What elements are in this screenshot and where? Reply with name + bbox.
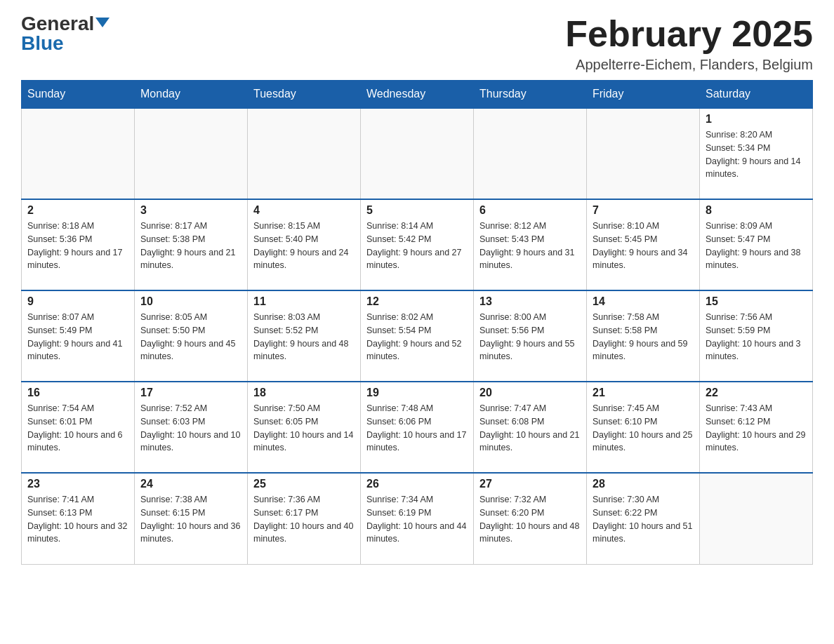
day-number: 2 [27,204,128,217]
day-number: 20 [479,387,581,399]
day-info: Sunrise: 8:10 AMSunset: 5:45 PMDaylight:… [593,220,694,272]
calendar-week-row: 1Sunrise: 8:20 AMSunset: 5:34 PMDaylight… [22,108,813,199]
day-number: 3 [140,204,241,217]
day-number: 11 [253,295,355,308]
calendar-cell: 8Sunrise: 8:09 AMSunset: 5:47 PMDaylight… [700,199,813,290]
calendar-cell: 1Sunrise: 8:20 AMSunset: 5:34 PMDaylight… [700,108,813,199]
day-number: 6 [479,204,581,217]
day-info: Sunrise: 8:00 AMSunset: 5:56 PMDaylight:… [479,311,581,363]
day-info: Sunrise: 7:32 AMSunset: 6:20 PMDaylight:… [479,493,581,546]
day-info: Sunrise: 7:52 AMSunset: 6:03 PMDaylight:… [140,402,241,455]
calendar-cell [22,108,135,199]
calendar-cell: 26Sunrise: 7:34 AMSunset: 6:19 PMDayligh… [361,473,474,564]
day-info: Sunrise: 7:50 AMSunset: 6:05 PMDaylight:… [253,402,355,455]
logo-general-text: General [21,14,94,34]
calendar-cell [700,473,813,564]
calendar-cell: 20Sunrise: 7:47 AMSunset: 6:08 PMDayligh… [474,382,587,473]
calendar-cell [474,108,587,199]
calendar-cell: 10Sunrise: 8:05 AMSunset: 5:50 PMDayligh… [135,290,248,382]
day-info: Sunrise: 7:47 AMSunset: 6:08 PMDaylight:… [479,402,581,455]
calendar-cell: 16Sunrise: 7:54 AMSunset: 6:01 PMDayligh… [22,382,135,473]
calendar-cell: 2Sunrise: 8:18 AMSunset: 5:36 PMDaylight… [22,199,135,290]
day-info: Sunrise: 8:02 AMSunset: 5:54 PMDaylight:… [366,311,468,363]
day-info: Sunrise: 7:58 AMSunset: 5:58 PMDaylight:… [593,311,694,363]
day-info: Sunrise: 8:20 AMSunset: 5:34 PMDaylight:… [706,128,807,181]
day-number: 1 [706,113,807,126]
calendar-week-row: 2Sunrise: 8:18 AMSunset: 5:36 PMDaylight… [22,199,813,290]
day-number: 21 [593,387,694,399]
calendar-header-saturday: Saturday [700,81,813,109]
day-number: 25 [253,478,355,490]
calendar-cell: 18Sunrise: 7:50 AMSunset: 6:05 PMDayligh… [248,382,361,473]
calendar-week-row: 9Sunrise: 8:07 AMSunset: 5:49 PMDaylight… [22,290,813,382]
calendar-header-sunday: Sunday [22,81,135,109]
calendar-cell: 21Sunrise: 7:45 AMSunset: 6:10 PMDayligh… [587,382,700,473]
calendar-cell [361,108,474,199]
day-number: 13 [479,295,581,308]
day-info: Sunrise: 7:34 AMSunset: 6:19 PMDaylight:… [366,493,468,546]
day-number: 10 [140,295,241,308]
calendar-cell: 13Sunrise: 8:00 AMSunset: 5:56 PMDayligh… [474,290,587,382]
calendar-cell: 5Sunrise: 8:14 AMSunset: 5:42 PMDaylight… [361,199,474,290]
calendar-cell: 19Sunrise: 7:48 AMSunset: 6:06 PMDayligh… [361,382,474,473]
calendar-cell: 3Sunrise: 8:17 AMSunset: 5:38 PMDaylight… [135,199,248,290]
calendar-cell: 15Sunrise: 7:56 AMSunset: 5:59 PMDayligh… [700,290,813,382]
day-info: Sunrise: 8:17 AMSunset: 5:38 PMDaylight:… [140,220,241,272]
day-info: Sunrise: 8:14 AMSunset: 5:42 PMDaylight:… [366,220,468,272]
title-section: February 2025 Appelterre-Eichem, Flander… [565,14,813,73]
day-info: Sunrise: 7:56 AMSunset: 5:59 PMDaylight:… [706,311,807,363]
day-info: Sunrise: 7:48 AMSunset: 6:06 PMDaylight:… [366,402,468,455]
day-number: 4 [253,204,355,217]
calendar-cell: 9Sunrise: 8:07 AMSunset: 5:49 PMDaylight… [22,290,135,382]
day-info: Sunrise: 7:38 AMSunset: 6:15 PMDaylight:… [140,493,241,546]
calendar-cell: 25Sunrise: 7:36 AMSunset: 6:17 PMDayligh… [248,473,361,564]
day-number: 17 [140,387,241,399]
logo-blue-text: Blue [21,34,64,53]
day-info: Sunrise: 8:03 AMSunset: 5:52 PMDaylight:… [253,311,355,363]
calendar-cell [587,108,700,199]
day-number: 18 [253,387,355,399]
calendar-header-monday: Monday [135,81,248,109]
calendar-header-thursday: Thursday [474,81,587,109]
day-number: 26 [366,478,468,490]
day-info: Sunrise: 8:15 AMSunset: 5:40 PMDaylight:… [253,220,355,272]
day-info: Sunrise: 7:45 AMSunset: 6:10 PMDaylight:… [593,402,694,455]
calendar-cell: 17Sunrise: 7:52 AMSunset: 6:03 PMDayligh… [135,382,248,473]
day-info: Sunrise: 8:18 AMSunset: 5:36 PMDaylight:… [27,220,128,272]
calendar-cell: 22Sunrise: 7:43 AMSunset: 6:12 PMDayligh… [700,382,813,473]
location-subtitle: Appelterre-Eichem, Flanders, Belgium [565,57,813,73]
calendar-cell: 27Sunrise: 7:32 AMSunset: 6:20 PMDayligh… [474,473,587,564]
calendar-week-row: 16Sunrise: 7:54 AMSunset: 6:01 PMDayligh… [22,382,813,473]
day-number: 22 [706,387,807,399]
month-title: February 2025 [565,14,813,54]
day-number: 16 [27,387,128,399]
calendar-cell [248,108,361,199]
day-number: 14 [593,295,694,308]
day-info: Sunrise: 7:54 AMSunset: 6:01 PMDaylight:… [27,402,128,455]
calendar-cell: 7Sunrise: 8:10 AMSunset: 5:45 PMDaylight… [587,199,700,290]
day-info: Sunrise: 7:43 AMSunset: 6:12 PMDaylight:… [706,402,807,455]
day-info: Sunrise: 7:36 AMSunset: 6:17 PMDaylight:… [253,493,355,546]
day-number: 5 [366,204,468,217]
day-number: 27 [479,478,581,490]
day-number: 28 [593,478,694,490]
day-number: 23 [27,478,128,490]
logo: General Blue [21,14,110,53]
day-info: Sunrise: 7:30 AMSunset: 6:22 PMDaylight:… [593,493,694,546]
day-info: Sunrise: 8:12 AMSunset: 5:43 PMDaylight:… [479,220,581,272]
calendar-cell [135,108,248,199]
calendar-table: SundayMondayTuesdayWednesdayThursdayFrid… [21,80,813,565]
day-number: 9 [27,295,128,308]
calendar-week-row: 23Sunrise: 7:41 AMSunset: 6:13 PMDayligh… [22,473,813,564]
calendar-cell: 4Sunrise: 8:15 AMSunset: 5:40 PMDaylight… [248,199,361,290]
logo-triangle-icon [95,18,110,27]
calendar-cell: 28Sunrise: 7:30 AMSunset: 6:22 PMDayligh… [587,473,700,564]
day-number: 12 [366,295,468,308]
day-info: Sunrise: 7:41 AMSunset: 6:13 PMDaylight:… [27,493,128,546]
day-number: 15 [706,295,807,308]
calendar-header-row: SundayMondayTuesdayWednesdayThursdayFrid… [22,81,813,109]
calendar-cell: 12Sunrise: 8:02 AMSunset: 5:54 PMDayligh… [361,290,474,382]
calendar-cell: 6Sunrise: 8:12 AMSunset: 5:43 PMDaylight… [474,199,587,290]
calendar-header-wednesday: Wednesday [361,81,474,109]
calendar-header-friday: Friday [587,81,700,109]
